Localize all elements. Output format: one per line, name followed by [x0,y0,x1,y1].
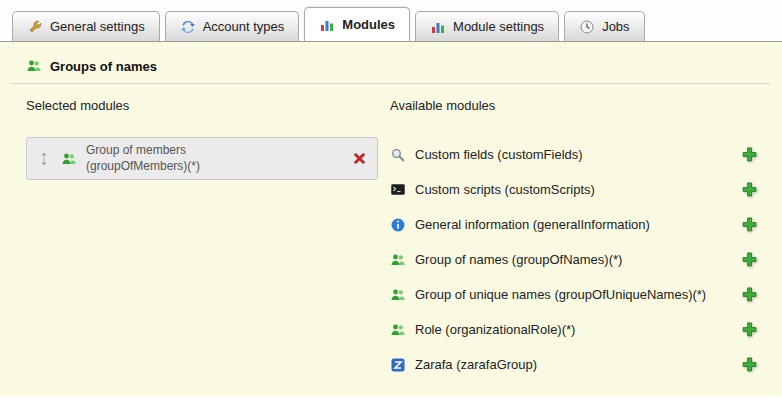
add-plus-icon[interactable] [741,216,758,233]
add-plus-icon[interactable] [741,321,758,338]
selected-module-row[interactable]: Group of members (groupOfMembers)(*) [26,137,378,180]
module-label: Group of names (groupOfNames)(*) [415,252,622,267]
available-modules-heading: Available modules [390,98,758,113]
available-module-row: General information (generalInformation) [390,207,758,242]
tab-modules[interactable]: Modules [304,7,410,41]
module-config-page: General settings Account types Modules M… [0,0,782,403]
group-icon [390,252,406,268]
page-title: Groups of names [50,59,157,74]
tab-label: Module settings [453,19,544,34]
add-plus-icon[interactable] [741,146,758,163]
add-plus-icon[interactable] [741,251,758,268]
clock-icon [579,19,595,35]
section-header: Groups of names [12,58,770,74]
add-plus-icon[interactable] [741,356,758,373]
tab-label: Account types [203,19,285,34]
modules-icon [430,19,446,35]
gear-icon [180,19,196,35]
available-module-row: Group of names (groupOfNames)(*) [390,242,758,277]
available-module-row: Group of unique names (groupOfUniqueName… [390,277,758,312]
tab-jobs[interactable]: Jobs [564,11,644,41]
add-plus-icon[interactable] [741,286,758,303]
group-icon [390,287,406,303]
group-icon [390,322,406,338]
selected-modules-heading: Selected modules [26,98,390,113]
terminal-icon [390,182,406,198]
tab-general-settings[interactable]: General settings [12,11,160,41]
module-label: Custom scripts (customScripts) [415,182,595,197]
group-icon [26,58,42,74]
divider [12,83,770,84]
module-label: Role (organizationalRole)(*) [415,322,575,337]
content-area: Groups of names Selected modules Group o… [0,42,782,396]
available-module-row: Zarafa (zarafaGroup) [390,347,758,382]
module-label: Zarafa (zarafaGroup) [415,357,537,372]
module-label: Custom fields (customFields) [415,147,583,162]
magnifier-icon [390,147,406,163]
available-modules-column: Available modules Custom fields (customF… [390,98,770,382]
available-module-row: Custom scripts (customScripts) [390,172,758,207]
wrench-icon [27,19,43,35]
selected-modules-column: Selected modules Group of members (group… [12,98,390,382]
group-icon [61,151,77,167]
delete-x-icon[interactable] [351,150,368,167]
module-label: General information (generalInformation) [415,217,650,232]
tab-module-settings[interactable]: Module settings [415,11,559,41]
tab-label: Modules [342,17,395,32]
tab-account-types[interactable]: Account types [165,11,300,41]
available-module-row: Custom fields (customFields) [390,137,758,172]
modules-icon [319,17,335,33]
module-label: Group of unique names (groupOfUniqueName… [415,287,706,302]
add-plus-icon[interactable] [741,181,758,198]
drag-handle-icon[interactable] [36,151,52,167]
tab-bar: General settings Account types Modules M… [0,0,782,42]
tab-label: Jobs [602,19,629,34]
zarafa-icon [390,357,406,373]
selected-module-label: Group of members (groupOfMembers)(*) [86,143,200,174]
info-icon [390,217,406,233]
tab-label: General settings [50,19,145,34]
available-module-row: Role (organizationalRole)(*) [390,312,758,347]
